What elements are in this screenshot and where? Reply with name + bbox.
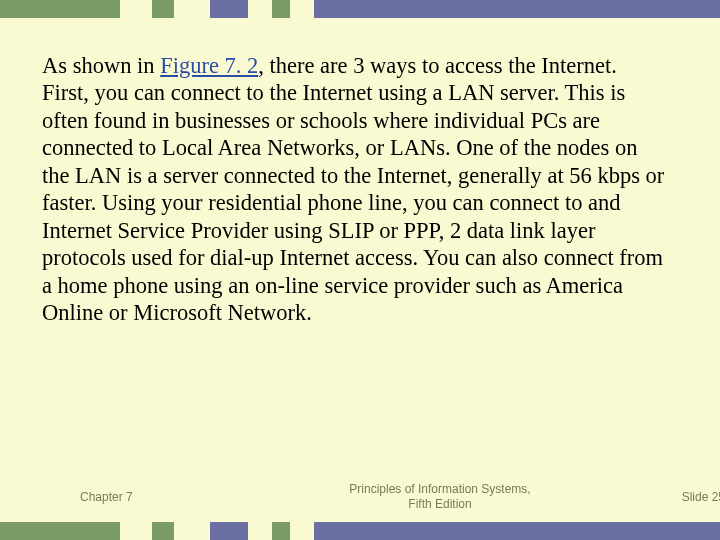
body-pre-link: As shown in [42, 53, 160, 78]
bar-segment [314, 522, 720, 540]
bar-segment [290, 522, 314, 540]
bar-segment [174, 0, 210, 18]
bar-segment [248, 522, 272, 540]
bar-segment [290, 0, 314, 18]
bar-segments [0, 0, 720, 18]
bar-segment [120, 0, 152, 18]
bar-segment [120, 522, 152, 540]
footer-title: Principles of Information Systems, Fifth… [320, 482, 560, 512]
footer-chapter: Chapter 7 [0, 490, 320, 504]
bar-segment [152, 522, 174, 540]
bottom-decorative-bar [0, 522, 720, 540]
top-decorative-bar [0, 0, 720, 18]
bar-segment [248, 0, 272, 18]
bar-segments [0, 522, 720, 540]
bar-segment [210, 522, 248, 540]
bar-segment [0, 522, 120, 540]
footer-title-line1: Principles of Information Systems, [349, 482, 530, 496]
bar-segment [0, 0, 120, 18]
bar-segment [272, 522, 290, 540]
bar-segment [272, 0, 290, 18]
bar-segment [314, 0, 720, 18]
bar-segment [174, 522, 210, 540]
slide-footer: Chapter 7 Principles of Information Syst… [0, 482, 720, 512]
slide-body-text: As shown in Figure 7. 2, there are 3 way… [42, 52, 667, 326]
bar-segment [152, 0, 174, 18]
footer-slide-number: Slide 25 [560, 490, 720, 504]
bar-segment [210, 0, 248, 18]
body-post-link: , there are 3 ways to access the Interne… [42, 53, 664, 325]
footer-title-line2: Fifth Edition [408, 497, 471, 511]
figure-link[interactable]: Figure 7. 2 [160, 53, 258, 78]
